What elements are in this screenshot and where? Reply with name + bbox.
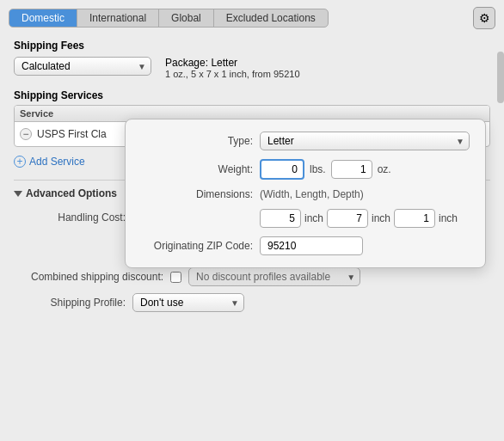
add-icon: + bbox=[14, 156, 26, 168]
combined-discount-label: Combined shipping discount: bbox=[31, 271, 163, 283]
combined-discount-select[interactable]: No discount profiles available bbox=[188, 267, 360, 286]
shipping-type-select-wrapper: Calculated ▼ bbox=[14, 57, 151, 76]
package-type: Letter bbox=[211, 57, 237, 69]
shipping-profile-row: Shipping Profile: Don't use ▼ bbox=[14, 293, 490, 312]
scroll-indicator[interactable] bbox=[497, 52, 504, 103]
remove-service-button[interactable]: − bbox=[20, 128, 32, 140]
add-service-label: Add Service bbox=[29, 156, 85, 168]
zip-code-input[interactable] bbox=[260, 236, 363, 255]
oz-label: oz. bbox=[378, 163, 391, 175]
gear-button[interactable]: ⚙ bbox=[473, 7, 495, 29]
advanced-label: Advanced Options bbox=[26, 187, 117, 199]
package-info: Package: Letter 1 oz., 5 x 7 x 1 inch, f… bbox=[165, 57, 300, 79]
popover-dimensions-label: Dimensions: bbox=[141, 188, 253, 200]
popover-dim-inputs-row: inch inch inch bbox=[141, 209, 470, 228]
gear-icon: ⚙ bbox=[479, 11, 490, 25]
combined-discount-select-wrapper: No discount profiles available ▼ bbox=[188, 267, 360, 286]
triangle-down-icon bbox=[14, 191, 22, 197]
page-wrapper: Domestic International Global Excluded L… bbox=[0, 0, 504, 441]
combined-discount-row: Combined shipping discount: No discount … bbox=[14, 267, 490, 286]
combined-discount-checkbox[interactable] bbox=[170, 272, 181, 283]
shipping-profile-label: Shipping Profile: bbox=[31, 297, 126, 309]
weight-oz-input[interactable] bbox=[331, 160, 372, 179]
package-heading: Package: bbox=[165, 57, 208, 69]
tab-global[interactable]: Global bbox=[159, 9, 214, 27]
lbs-label: lbs. bbox=[310, 163, 326, 175]
shipping-profile-select[interactable]: Don't use bbox=[132, 293, 244, 312]
weight-group: lbs. oz. bbox=[260, 159, 391, 180]
dim-depth-input[interactable] bbox=[394, 209, 435, 228]
popover-type-select[interactable]: Letter bbox=[260, 132, 470, 150]
inch-label-1: inch bbox=[304, 212, 323, 224]
tab-international[interactable]: International bbox=[77, 9, 159, 27]
inch-label-3: inch bbox=[439, 212, 458, 224]
popover-type-select-wrapper: Letter ▼ bbox=[260, 132, 470, 150]
shipping-type-select[interactable]: Calculated bbox=[14, 57, 151, 76]
dims-group: inch inch inch bbox=[260, 209, 458, 228]
popover-zip-row: Originating ZIP Code: bbox=[141, 236, 470, 255]
inch-label-2: inch bbox=[372, 212, 390, 224]
popover-dimensions-row: Dimensions: (Width, Length, Depth) bbox=[141, 188, 470, 200]
shipping-services-label: Shipping Services bbox=[14, 89, 490, 101]
popover-weight-row: Weight: lbs. oz. bbox=[141, 159, 470, 180]
shipping-profile-select-wrapper: Don't use ▼ bbox=[132, 293, 244, 312]
package-popover: Type: Letter ▼ Weight: lbs. oz. Dimensio… bbox=[125, 119, 486, 268]
package-label: Package: Letter bbox=[165, 57, 300, 69]
shipping-fees-row: Calculated ▼ Package: Letter 1 oz., 5 x … bbox=[14, 57, 490, 79]
tab-domestic[interactable]: Domestic bbox=[9, 9, 77, 27]
package-detail: 1 oz., 5 x 7 x 1 inch, from 95210 bbox=[165, 69, 300, 79]
popover-weight-label: Weight: bbox=[141, 163, 253, 175]
service-name: USPS First Cla bbox=[37, 128, 107, 140]
popover-type-row: Type: Letter ▼ bbox=[141, 132, 470, 150]
popover-type-label: Type: bbox=[141, 135, 253, 147]
weight-lbs-input[interactable] bbox=[260, 159, 304, 180]
tab-group: Domestic International Global Excluded L… bbox=[9, 9, 329, 28]
col-service-header: Service bbox=[20, 108, 53, 119]
tabs-bar: Domestic International Global Excluded L… bbox=[0, 0, 504, 29]
handling-cost-label: Handling Cost: bbox=[31, 211, 126, 224]
popover-zip-label: Originating ZIP Code: bbox=[141, 240, 253, 252]
dimensions-sub-label: (Width, Length, Depth) bbox=[260, 188, 364, 200]
shipping-fees-label: Shipping Fees bbox=[14, 40, 490, 52]
dim-length-input[interactable] bbox=[327, 209, 368, 228]
tab-excluded-locations[interactable]: Excluded Locations bbox=[214, 9, 328, 27]
dim-width-input[interactable] bbox=[260, 209, 301, 228]
